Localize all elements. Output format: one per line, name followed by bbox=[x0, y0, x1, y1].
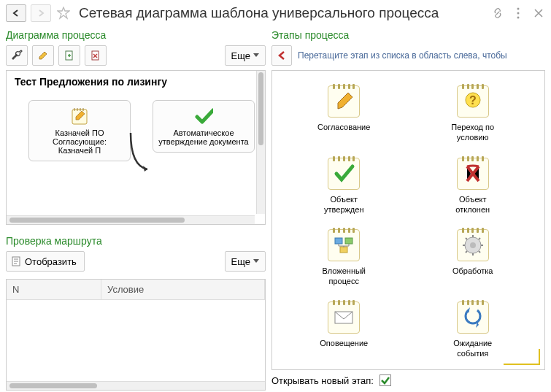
svg-rect-11 bbox=[340, 247, 347, 253]
stage-icon-box bbox=[457, 301, 489, 334]
svg-point-2 bbox=[517, 17, 520, 19]
resize-corner[interactable] bbox=[504, 349, 540, 365]
page-title: Сетевая диаграмма шаблона универсального… bbox=[76, 5, 487, 21]
diagram-more-button[interactable]: Еще bbox=[225, 45, 266, 66]
notepad-pencil-icon bbox=[70, 107, 89, 126]
approval-icon bbox=[331, 88, 357, 115]
nav-forward-button[interactable] bbox=[31, 4, 51, 22]
stages-palette: Согласование?Переход поусловиюОбъектутве… bbox=[271, 70, 545, 370]
stage-item-approved[interactable]: Объектутвержден bbox=[294, 158, 394, 215]
notification-icon bbox=[331, 304, 357, 331]
stage-label: Переход поусловию bbox=[451, 122, 494, 143]
link-icon[interactable] bbox=[491, 7, 504, 20]
node-text: Казначей ПО Согласующие: Казначей П bbox=[53, 128, 107, 155]
svg-point-0 bbox=[517, 8, 520, 10]
table-col-condition[interactable]: Условие bbox=[101, 280, 265, 299]
diagram-title: Тест Предложения по лизингу bbox=[7, 71, 255, 93]
collapse-left-button[interactable] bbox=[271, 45, 292, 66]
route-section-header: Проверка маршрута bbox=[6, 232, 266, 251]
stages-toolbar: Перетащите этап из списка в область слев… bbox=[271, 45, 545, 66]
svg-rect-9 bbox=[335, 238, 342, 244]
checkmark-icon bbox=[194, 107, 213, 126]
stage-label: Ожиданиесобытия bbox=[453, 338, 492, 359]
stage-icon-box bbox=[328, 85, 360, 118]
favorite-star-icon[interactable] bbox=[55, 5, 72, 21]
table-horizontal-scrollbar[interactable] bbox=[7, 381, 265, 390]
diagram-canvas[interactable]: Тест Предложения по лизингу Казначей ПО … bbox=[6, 70, 266, 225]
stage-label: Обработка bbox=[452, 266, 493, 276]
stage-label: Объектотклонен bbox=[455, 194, 490, 215]
close-icon[interactable] bbox=[532, 7, 545, 20]
route-toolbar: Отобразить Еще bbox=[6, 251, 266, 272]
stage-icon-box: ? bbox=[457, 85, 489, 118]
titlebar: Сетевая диаграмма шаблона универсального… bbox=[0, 0, 551, 26]
diagram-node-treasurer[interactable]: Казначей ПО Согласующие: Казначей П bbox=[28, 100, 131, 161]
diagram-toolbar: Еще bbox=[6, 45, 266, 66]
rejected-icon bbox=[460, 161, 486, 187]
condition-icon: ? bbox=[460, 88, 486, 115]
stage-item-processing[interactable]: Обработка bbox=[423, 229, 523, 287]
diagram-vertical-scrollbar[interactable] bbox=[256, 71, 265, 214]
stage-item-approval[interactable]: Согласование bbox=[294, 85, 394, 143]
node-text: Автоматическое утверждение документа bbox=[158, 128, 248, 146]
connector-arrow bbox=[127, 129, 156, 180]
stage-label: Оповещение bbox=[320, 338, 368, 348]
more-options-icon[interactable] bbox=[512, 7, 525, 20]
svg-text:?: ? bbox=[469, 94, 477, 107]
waiting-icon bbox=[460, 304, 486, 331]
stage-icon-box bbox=[457, 229, 489, 261]
add-document-button[interactable] bbox=[58, 45, 80, 66]
stage-icon-box bbox=[328, 229, 360, 261]
processing-icon bbox=[460, 232, 486, 258]
diagram-section-header: Диаграмма процесса bbox=[6, 26, 266, 45]
open-new-stage-label: Открывать новый этап: bbox=[271, 375, 374, 386]
wrench-button[interactable] bbox=[6, 45, 28, 66]
stage-icon-box bbox=[457, 158, 489, 190]
stage-label: Согласование bbox=[317, 122, 370, 132]
svg-rect-10 bbox=[345, 238, 352, 244]
stage-icon-box bbox=[328, 301, 360, 334]
stage-item-rejected[interactable]: Объектотклонен bbox=[423, 158, 523, 215]
stage-label: Вложенныйпроцесс bbox=[322, 266, 366, 287]
diagram-horizontal-scrollbar[interactable] bbox=[7, 215, 255, 224]
route-table[interactable]: N Условие bbox=[6, 279, 266, 391]
diagram-node-auto-approve[interactable]: Автоматическое утверждение документа bbox=[153, 100, 255, 153]
table-col-n[interactable]: N bbox=[7, 280, 101, 299]
footer-option: Открывать новый этап: bbox=[271, 370, 545, 391]
stage-item-condition[interactable]: ?Переход поусловию bbox=[423, 85, 523, 143]
nested-icon bbox=[331, 232, 357, 258]
stage-label: Объектутвержден bbox=[324, 194, 363, 215]
stage-item-notification[interactable]: Оповещение bbox=[294, 301, 394, 359]
open-new-stage-checkbox[interactable] bbox=[379, 374, 391, 386]
stages-section-header: Этапы процесса bbox=[271, 26, 545, 45]
edit-button[interactable] bbox=[32, 45, 54, 66]
svg-point-1 bbox=[517, 12, 520, 15]
stage-item-nested[interactable]: Вложенныйпроцесс bbox=[294, 229, 394, 287]
remove-document-button[interactable] bbox=[85, 45, 107, 66]
svg-point-13 bbox=[470, 242, 476, 248]
route-more-button[interactable]: Еще bbox=[225, 251, 266, 272]
stage-icon-box bbox=[328, 158, 360, 190]
display-button[interactable]: Отобразить bbox=[6, 251, 85, 272]
approved-icon bbox=[331, 161, 357, 187]
drag-hint-text: Перетащите этап из списка в область слев… bbox=[298, 50, 545, 61]
nav-back-button[interactable] bbox=[6, 4, 26, 22]
